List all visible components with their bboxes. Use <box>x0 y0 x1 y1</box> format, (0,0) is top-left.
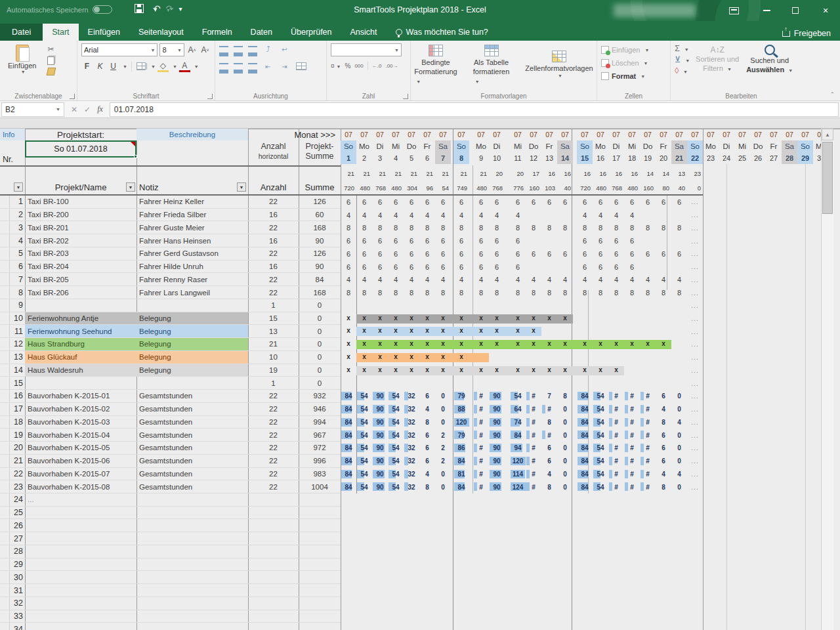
grid-cell[interactable]: 6 <box>419 455 435 468</box>
day-sum-cell[interactable]: 40 <box>557 182 573 193</box>
summe-cell[interactable]: 60 <box>299 209 341 222</box>
fill-handle[interactable] <box>134 155 137 158</box>
day-number-header[interactable]: 13 <box>541 152 557 164</box>
day-sum-cell[interactable]: 160 <box>526 182 541 193</box>
grid-cell[interactable]: 90 <box>489 416 505 429</box>
day-month-header[interactable]: 07 <box>341 129 356 140</box>
borders-button[interactable] <box>136 60 147 72</box>
notiz-cell[interactable]: Belegung <box>136 325 248 338</box>
grid-cell[interactable]: 81 <box>453 468 469 481</box>
decrease-indent-icon[interactable]: ⇤ <box>262 60 274 72</box>
day-month-header[interactable]: 07 <box>419 129 435 140</box>
day-name-header[interactable]: Do <box>640 140 656 152</box>
grid-cell[interactable]: 84 <box>577 480 593 494</box>
grid-cell[interactable]: # <box>608 468 624 481</box>
project-name-cell[interactable]: Ferienwohnung Seehund <box>25 325 136 338</box>
grid-cell[interactable]: 4 <box>656 468 671 481</box>
formula-input[interactable]: 01.07.2018 <box>110 102 839 117</box>
grid-cell[interactable]: 4 <box>489 209 505 222</box>
anzahl-cell[interactable] <box>248 584 299 597</box>
notiz-cell[interactable]: Belegung <box>136 364 248 377</box>
grid-cell[interactable]: 0 <box>435 468 451 481</box>
grid-cell[interactable]: 6 <box>608 247 624 261</box>
tell-me-search[interactable]: Was möchten Sie tun? <box>396 24 488 41</box>
grid-cell[interactable]: 8 <box>656 480 671 494</box>
summe-cell[interactable]: 84 <box>299 273 341 286</box>
notiz-cell[interactable] <box>136 377 248 390</box>
grid-cell[interactable]: 0 <box>557 442 573 455</box>
day-sum-cell[interactable]: 720 <box>341 182 356 193</box>
notiz-cell[interactable]: Fahrer Frieda Silber <box>136 209 248 222</box>
day-sum-cell[interactable]: 749 <box>453 182 469 193</box>
grid-cell[interactable]: 90 <box>489 442 505 455</box>
display-settings-button[interactable] <box>719 0 748 21</box>
filter-dropdown-icon[interactable]: ▼ <box>14 182 23 192</box>
grid-cell[interactable]: 6 <box>593 234 608 247</box>
grid-cell[interactable]: 6 <box>372 247 388 261</box>
find-select-button[interactable]: Suchen und Auswählen ▼ <box>746 45 793 75</box>
summe-cell[interactable]: 168 <box>299 221 341 234</box>
insert-cells-button[interactable]: Einfügen ▼ <box>601 43 666 56</box>
row-number-cell[interactable]: 25 <box>0 507 25 520</box>
day-name-header[interactable]: Mi <box>734 140 750 152</box>
grid-cell[interactable]: 32 <box>404 455 419 468</box>
day-month-header[interactable]: 07 <box>404 129 419 140</box>
grid-cell[interactable]: 54 <box>593 403 608 416</box>
grid-cell[interactable]: 6 <box>419 261 435 274</box>
grid-cell[interactable]: 6 <box>656 455 671 468</box>
day-name-header[interactable]: Mo <box>473 140 489 152</box>
grid-cell[interactable]: 8 <box>593 221 608 234</box>
day-count-cell[interactable]: 16 <box>557 168 573 178</box>
grid-cell[interactable]: 54 <box>388 442 404 455</box>
day-count-cell[interactable]: 21 <box>388 168 404 178</box>
summe-cell[interactable]: 932 <box>299 390 341 403</box>
day-sum-cell[interactable]: 720 <box>577 182 593 193</box>
project-name-cell[interactable]: Taxi BR-203 <box>25 247 136 261</box>
summe-cell[interactable] <box>299 558 341 572</box>
grid-cell[interactable]: 90 <box>489 403 505 416</box>
grid-cell[interactable]: 32 <box>404 468 419 481</box>
project-name-cell[interactable] <box>25 571 136 584</box>
day-month-header[interactable]: 07 <box>388 129 404 140</box>
grid-cell[interactable]: 6 <box>341 234 356 247</box>
summe-cell[interactable]: 0 <box>299 338 341 351</box>
summe-cell[interactable]: 996 <box>299 455 341 468</box>
notiz-cell[interactable]: Gesamtstunden <box>136 403 248 416</box>
grid-cell[interactable]: 6 <box>624 261 640 274</box>
grid-cell[interactable]: 8 <box>356 286 372 299</box>
day-count-cell[interactable]: 21 <box>341 168 356 178</box>
project-name-cell[interactable]: Bauvorhaben K-2015-08 <box>25 480 136 494</box>
day-count-cell[interactable]: 17 <box>526 168 541 178</box>
grid-cell[interactable]: # <box>624 429 640 442</box>
grid-cell[interactable]: 4 <box>608 273 624 286</box>
number-format-select[interactable]: ▼ <box>331 43 402 56</box>
grid-cell[interactable]: 0 <box>435 390 451 403</box>
day-number-header[interactable]: 11 <box>510 152 526 164</box>
row-number-cell[interactable]: 19 <box>0 429 25 442</box>
grid-cell[interactable]: 8 <box>419 416 435 429</box>
notiz-cell[interactable]: Fahrer Renny Raser <box>136 273 248 286</box>
day-number-header[interactable]: 24 <box>719 152 734 164</box>
row-number-cell[interactable]: 6 <box>0 261 25 274</box>
grid-cell[interactable]: # <box>624 403 640 416</box>
italic-button[interactable]: K <box>94 60 106 72</box>
grid-cell[interactable]: 90 <box>489 468 505 481</box>
grid-cell[interactable]: 120 <box>510 455 526 468</box>
anzahl-cell[interactable] <box>248 571 299 584</box>
grid-cell[interactable]: 6 <box>419 429 435 442</box>
grid-cell[interactable]: 54 <box>593 455 608 468</box>
grid-cell[interactable]: 4 <box>510 273 526 286</box>
row-number-cell[interactable]: 23 <box>0 480 25 494</box>
row-number-cell[interactable]: 28 <box>0 545 25 558</box>
tab-ansicht[interactable]: Ansicht <box>341 24 387 41</box>
grid-cell[interactable]: 6 <box>388 196 404 209</box>
autosum-button[interactable]: Σ ▼ <box>675 43 690 53</box>
day-name-header[interactable]: Di <box>489 140 505 152</box>
selected-cell[interactable]: So 01.07.2018 <box>25 140 136 158</box>
anzahl-cell[interactable]: 21 <box>248 338 299 351</box>
close-button[interactable]: × <box>811 0 840 21</box>
day-count-cell[interactable]: 16 <box>577 168 593 178</box>
grid-cell[interactable]: 4 <box>341 209 356 222</box>
grid-cell[interactable]: 8 <box>473 286 489 299</box>
grid-cell[interactable]: 0 <box>671 480 687 494</box>
